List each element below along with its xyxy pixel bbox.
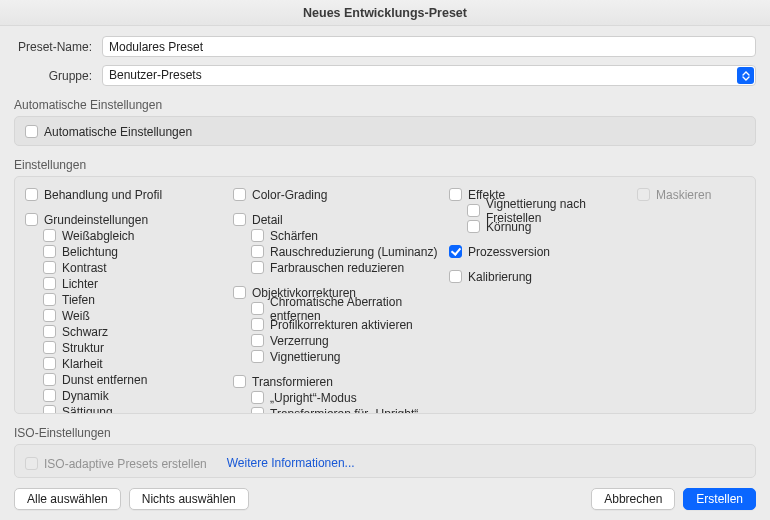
transform-item[interactable]: „Upright“-Modus bbox=[251, 390, 441, 405]
preset-name-label: Preset-Name: bbox=[14, 40, 92, 54]
effects-item[interactable]: Vignettierung nach Freistellen bbox=[467, 203, 629, 218]
detail-item[interactable]: Schärfen bbox=[251, 228, 441, 243]
settings-col-4: Maskieren bbox=[637, 183, 745, 414]
transform-children: „Upright“-ModusTransformieren für „Uprig… bbox=[251, 389, 441, 414]
iso-more-info-link[interactable]: Weitere Informationen... bbox=[227, 456, 355, 470]
settings-col-2: Color-Grading Detail SchärfenRauschreduz… bbox=[233, 183, 441, 414]
checkbox-treatment-profile[interactable]: Behandlung und Profil bbox=[25, 187, 225, 202]
preset-name-input[interactable] bbox=[102, 36, 756, 57]
group-select-value: Benutzer-Presets bbox=[102, 65, 756, 86]
iso-title: ISO-Einstellungen bbox=[14, 426, 756, 440]
detail-item[interactable]: Rauschreduzierung (Luminanz) bbox=[251, 244, 441, 259]
group-label: Gruppe: bbox=[14, 69, 92, 83]
basic-item[interactable]: Struktur bbox=[43, 340, 225, 355]
group-row: Gruppe: Benutzer-Presets bbox=[14, 65, 756, 86]
checkbox-label: Belichtung bbox=[62, 245, 118, 259]
checkbox-label: „Upright“-Modus bbox=[270, 391, 357, 405]
checkbox-basic-settings[interactable]: Grundeinstellungen bbox=[25, 212, 225, 227]
checkbox-calibration[interactable]: Kalibrierung bbox=[449, 269, 629, 284]
checkbox-iso-adaptive: ISO-adaptive Presets erstellen bbox=[25, 456, 207, 471]
cancel-button[interactable]: Abbrechen bbox=[591, 488, 675, 510]
iso-section: ISO-Einstellungen ISO-adaptive Presets e… bbox=[14, 422, 756, 478]
lens-item[interactable]: Chromatische Aberration entfernen bbox=[251, 301, 441, 316]
basic-item[interactable]: Dunst entfernen bbox=[43, 372, 225, 387]
checkbox-label: Profilkorrekturen aktivieren bbox=[270, 318, 413, 332]
basic-item[interactable]: Kontrast bbox=[43, 260, 225, 275]
settings-col-3: Effekte Vignettierung nach FreistellenKö… bbox=[449, 183, 629, 414]
transform-item[interactable]: Transformieren für „Upright“ bbox=[251, 406, 441, 414]
checkbox-label: Transformieren für „Upright“ bbox=[270, 407, 418, 415]
select-all-button[interactable]: Alle auswählen bbox=[14, 488, 121, 510]
checkbox-label: Lichter bbox=[62, 277, 98, 291]
checkbox-label: Dynamik bbox=[62, 389, 109, 403]
basic-item[interactable]: Tiefen bbox=[43, 292, 225, 307]
checkbox-label: Schwarz bbox=[62, 325, 108, 339]
group-select[interactable]: Benutzer-Presets bbox=[102, 65, 756, 86]
checkbox-label: Struktur bbox=[62, 341, 104, 355]
basic-item[interactable]: Sättigung bbox=[43, 404, 225, 414]
chevron-updown-icon bbox=[737, 67, 754, 84]
checkbox-label: Farbrauschen reduzieren bbox=[270, 261, 404, 275]
preset-dialog: Neues Entwicklungs-Preset Preset-Name: G… bbox=[0, 0, 770, 520]
detail-item[interactable]: Farbrauschen reduzieren bbox=[251, 260, 441, 275]
lens-item[interactable]: Vignettierung bbox=[251, 349, 441, 364]
checkbox-label: Klarheit bbox=[62, 357, 103, 371]
checkbox-transform[interactable]: Transformieren bbox=[233, 374, 441, 389]
basic-item[interactable]: Schwarz bbox=[43, 324, 225, 339]
checkbox-label: Weiß bbox=[62, 309, 90, 323]
create-button[interactable]: Erstellen bbox=[683, 488, 756, 510]
basic-item[interactable]: Klarheit bbox=[43, 356, 225, 371]
select-none-button[interactable]: Nichts auswählen bbox=[129, 488, 249, 510]
basic-item[interactable]: Lichter bbox=[43, 276, 225, 291]
basic-item[interactable]: Weißabgleich bbox=[43, 228, 225, 243]
checkbox-mask: Maskieren bbox=[637, 187, 745, 202]
checkbox-label: Tiefen bbox=[62, 293, 95, 307]
checkbox-label: Schärfen bbox=[270, 229, 318, 243]
dialog-footer: Alle auswählen Nichts auswählen Abbreche… bbox=[0, 478, 770, 520]
auto-settings-title: Automatische Einstellungen bbox=[14, 98, 756, 112]
checkbox-label: Weißabgleich bbox=[62, 229, 134, 243]
basic-item[interactable]: Weiß bbox=[43, 308, 225, 323]
checkbox-process-version[interactable]: Prozessversion bbox=[449, 244, 629, 259]
preset-name-row: Preset-Name: bbox=[14, 36, 756, 57]
settings-title: Einstellungen bbox=[14, 158, 756, 172]
checkbox-label: Verzerrung bbox=[270, 334, 329, 348]
lens-item[interactable]: Profilkorrekturen aktivieren bbox=[251, 317, 441, 332]
auto-settings-checkbox[interactable]: Automatische Einstellungen bbox=[25, 124, 745, 139]
basic-item[interactable]: Belichtung bbox=[43, 244, 225, 259]
auto-settings-section: Automatische Einstellungen Automatische … bbox=[14, 94, 756, 146]
checkbox-label: Dunst entfernen bbox=[62, 373, 147, 387]
basic-item[interactable]: Dynamik bbox=[43, 388, 225, 403]
checkbox-label: Sättigung bbox=[62, 405, 113, 415]
window-title: Neues Entwicklungs-Preset bbox=[0, 0, 770, 26]
checkbox-color-grading[interactable]: Color-Grading bbox=[233, 187, 441, 202]
detail-children: SchärfenRauschreduzierung (Luminanz)Farb… bbox=[251, 227, 441, 275]
checkbox-label: Körnung bbox=[486, 220, 531, 234]
lens-item[interactable]: Verzerrung bbox=[251, 333, 441, 348]
settings-section: Einstellungen Behandlung und Profil Grun… bbox=[14, 154, 756, 414]
effects-children: Vignettierung nach FreistellenKörnung bbox=[467, 202, 629, 234]
settings-col-1: Behandlung und Profil Grundeinstellungen… bbox=[25, 183, 225, 414]
checkbox-detail[interactable]: Detail bbox=[233, 212, 441, 227]
basic-settings-children: WeißabgleichBelichtungKontrastLichterTie… bbox=[43, 227, 225, 414]
checkbox-label: Kontrast bbox=[62, 261, 107, 275]
lens-children: Chromatische Aberration entfernenProfilk… bbox=[251, 300, 441, 364]
checkbox-label: Rauschreduzierung (Luminanz) bbox=[270, 245, 437, 259]
checkbox-label: Vignettierung bbox=[270, 350, 341, 364]
